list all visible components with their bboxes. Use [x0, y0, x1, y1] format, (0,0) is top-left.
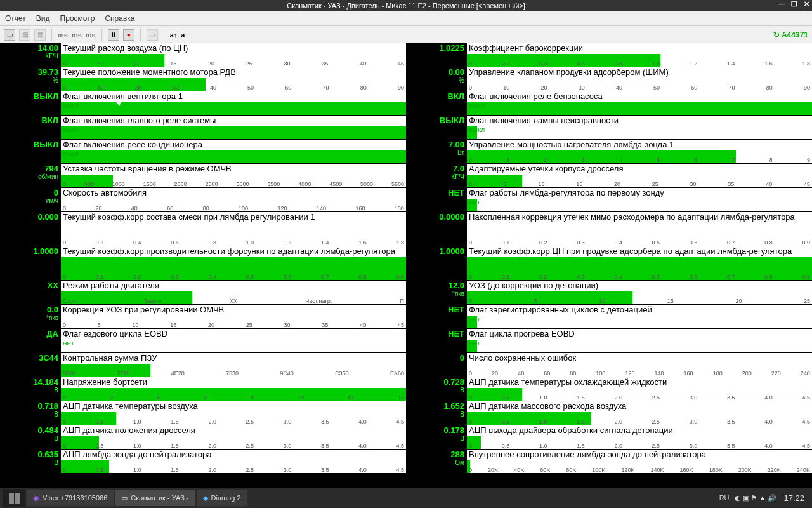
param-row[interactable]: НЕТФлаг цикла прогрева EOBDНЕТ [406, 329, 812, 353]
param-row[interactable]: 0.178ВАЦП выхода драйвера обработки сигн… [406, 425, 812, 450]
tool-text-inc[interactable]: a↑ [170, 31, 178, 39]
tool-chart[interactable]: ▭ [147, 29, 158, 41]
param-label: АЦП выхода драйвера обработки сигнала де… [467, 425, 812, 436]
param-bar: 00.51.01.52.02.53.03.54.04.5 [61, 460, 406, 473]
param-value: НЕТ [406, 188, 467, 211]
param-bar: 00.51.01.52.02.53.03.54.04.5 [61, 436, 406, 449]
param-row[interactable]: 0.484ВАЦП датчика положения дросселя00.5… [0, 425, 406, 450]
task-scanmatic[interactable]: ▭Сканматик - УАЗ - [115, 490, 195, 506]
param-row[interactable]: 12.0°пквУОЗ (до коррекции по детонации)0… [406, 281, 812, 305]
tool-1[interactable]: ▭ [4, 29, 15, 41]
param-bar: 020K40K60K80K100K120K140K160K180K200K220… [467, 460, 812, 473]
param-bar: 0102030405060708090 [467, 78, 812, 91]
param-value: 0.000 [0, 212, 61, 246]
param-row[interactable]: 0.000Текущий коэфф.корр.состава смеси пр… [0, 212, 406, 246]
tool-text-dec[interactable]: a↓ [181, 31, 188, 39]
param-value: 1.0000 [0, 246, 61, 280]
param-value: 0.00% [406, 67, 467, 91]
param-row[interactable]: 288ОмВнутреннее сопротивление лямбда-зон… [406, 450, 812, 474]
param-bar: 0500100015002000250030003500400045005000… [61, 175, 406, 187]
param-value: 0.728В [406, 377, 467, 401]
param-row[interactable]: 794об/минУставка частоты вращения в режи… [0, 164, 406, 188]
param-row[interactable]: ВКЛФлаг включения главного реле системыВ… [0, 116, 406, 140]
menu-help[interactable]: Справка [105, 14, 134, 23]
param-label: Флаг включения лампы неисправности [467, 116, 812, 126]
param-label: АЦП датчика массового расхода воздуха [467, 401, 812, 412]
param-row[interactable]: 3C44Контрольная сумма ПЗУ000027104E20753… [0, 353, 406, 377]
menu-view[interactable]: Вид [36, 14, 50, 23]
param-value: 288Ом [406, 450, 467, 473]
param-row[interactable]: НЕТФлаг зарегистрированных циклов с дето… [406, 305, 812, 329]
param-row[interactable]: 1.652ВАЦП датчика массового расхода возд… [406, 401, 812, 425]
param-label: Флаг ездового цикла EOBD [61, 329, 406, 340]
param-label: АЦП датчика температуры охлаждающей жидк… [467, 377, 812, 388]
tool-3[interactable]: ▥ [34, 29, 46, 41]
tray-icons[interactable]: ◐▣⚑▲🔊 [735, 494, 779, 502]
param-value: 0.484В [0, 425, 61, 449]
param-row[interactable]: 0.0°пквКоррекция УОЗ при регулировании О… [0, 305, 406, 329]
menu-browse[interactable]: Просмотр [60, 14, 95, 23]
task-viber[interactable]: ◉Viber +79136105066 [27, 490, 114, 506]
param-row[interactable]: 14.00КГ/ЧТекущий расход воздуха (по ЦН)0… [0, 43, 406, 67]
tool-record[interactable]: ● [123, 29, 134, 41]
lang-indicator[interactable]: RU [719, 494, 730, 502]
param-row[interactable]: 0.728ВАЦП датчика температуры охлаждающе… [406, 377, 812, 401]
column-right: 1.0225Коэффициент барокоррекции00.20.40.… [406, 43, 812, 483]
param-value: НЕТ [406, 329, 467, 352]
param-label: Текущее положение моментного мотора РДВ [61, 67, 406, 78]
param-value: 12.0°пкв [406, 281, 467, 304]
param-row[interactable]: ВЫКЛФлаг включения вентилятора 1ВЫКЛ [0, 91, 406, 116]
param-label: Внутреннее сопротивление лямбда-зонда до… [467, 450, 812, 460]
param-value: ВКЛ [0, 116, 61, 139]
param-label: Флаг включения реле кондиционера [61, 140, 406, 150]
param-bar: НЕТ [467, 316, 812, 328]
param-label: УОЗ (до коррекции по детонации) [467, 281, 812, 291]
ms-label-2: ms [72, 31, 82, 39]
param-row[interactable]: 1.0000Текущий коэфф.корр.производительно… [0, 246, 406, 281]
param-value: 1.0225 [406, 43, 467, 67]
param-row[interactable]: 0.00%Управление клапаном продувки адсорб… [406, 67, 812, 91]
param-value: 0.635В [0, 450, 61, 473]
maximize-button[interactable]: ❐ [791, 0, 797, 8]
param-label: Уставка частоты вращения в режиме ОМЧВ [61, 164, 406, 175]
param-value: 0.0000 [406, 212, 467, 246]
param-row[interactable]: ДАФлаг ездового цикла EOBDНЕТ [0, 329, 406, 353]
param-row[interactable]: 0км/чСкорость автомобиля0204060801001201… [0, 188, 406, 212]
param-value: 0км/ч [0, 188, 61, 211]
tool-2[interactable]: ▤ [19, 29, 30, 41]
system-tray: RU ◐▣⚑▲🔊 17:22 [719, 493, 809, 503]
param-label: Скорость автомобиля [61, 188, 406, 199]
close-button[interactable]: ✕ [804, 0, 809, 8]
param-row[interactable]: 7.00ВтУправление мощностью нагревателя л… [406, 140, 812, 164]
menu-report[interactable]: Отчет [5, 14, 26, 23]
param-row[interactable]: 0Число сохраненных ошибок020406080100120… [406, 353, 812, 377]
param-label: АЦП датчика положения дросселя [61, 425, 406, 436]
clock[interactable]: 17:22 [783, 493, 804, 503]
param-label: Адаптируемые утечки корпуса дросселя [467, 164, 812, 175]
task-diamag[interactable]: ◆Diamag 2 [197, 490, 247, 506]
minimize-button[interactable]: — [778, 0, 785, 8]
ms-label-3: ms [86, 31, 96, 39]
param-row[interactable]: 1.0000Текущий коэфф.корр.ЦН при продувке… [406, 246, 812, 281]
start-button[interactable] [3, 489, 25, 507]
window-controls: — ❐ ✕ [778, 0, 809, 8]
param-row[interactable]: 0.0000Накопленная коррекция утечек мимо … [406, 212, 812, 246]
param-bar: ВЫКЛ [61, 150, 406, 163]
param-row[interactable]: 14.184ВНапряжение бортсети02468101214 [0, 377, 406, 401]
param-value: 39.73% [0, 67, 61, 91]
param-row[interactable]: ВЫКЛФлаг включения лампы неисправностиВЫ… [406, 116, 812, 140]
param-label: Флаг включения главного реле системы [61, 116, 406, 126]
param-bar: 000027104E2075309C40C350EA60 [61, 364, 406, 377]
param-row[interactable]: 0.718ВАЦП датчика температуры воздуха00.… [0, 401, 406, 425]
param-row[interactable]: 1.0225Коэффициент барокоррекции00.20.40.… [406, 43, 812, 67]
param-row[interactable]: НЕТФлаг работы лямбда-регулятора по перв… [406, 188, 812, 212]
param-row[interactable]: 7.0КГ/ЧАдаптируемые утечки корпуса дросс… [406, 164, 812, 188]
param-value: 14.00КГ/Ч [0, 43, 61, 67]
tool-pause[interactable]: ⏸ [108, 29, 119, 41]
param-row[interactable]: ХХРежим работы двигателяСтопЗапускХХЧаст… [0, 281, 406, 305]
param-row[interactable]: 39.73%Текущее положение моментного мотор… [0, 67, 406, 91]
param-row[interactable]: ВЫКЛФлаг включения реле кондиционераВЫКЛ [0, 140, 406, 164]
param-row[interactable]: ВКЛФлаг включения реле бензонасосаВЫКЛ [406, 91, 812, 116]
param-label: Флаг зарегистрированных циклов с детонац… [467, 305, 812, 316]
param-row[interactable]: 0.635ВАЦП лямбда зонда до нейтрализатора… [0, 450, 406, 474]
